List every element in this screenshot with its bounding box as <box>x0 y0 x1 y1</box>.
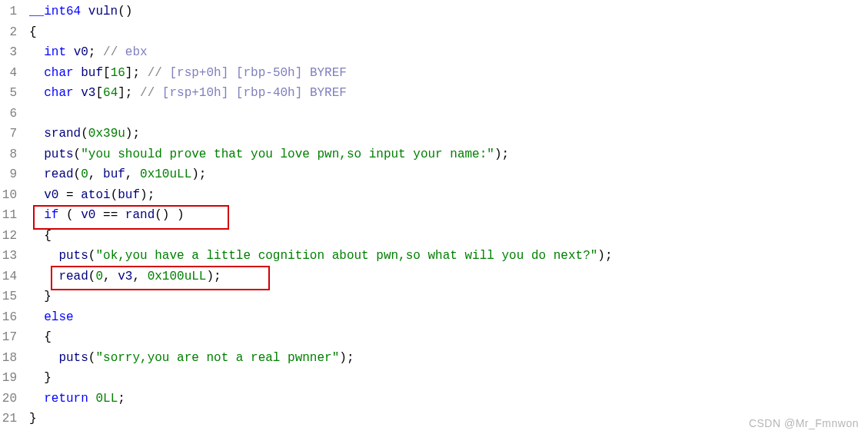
gutter-marker <box>20 287 29 307</box>
token: char <box>44 66 73 80</box>
token <box>29 167 44 181</box>
token <box>29 270 58 283</box>
token: return <box>44 392 88 406</box>
token <box>29 249 58 263</box>
line-number: 12 <box>0 226 20 247</box>
line-number: 8 <box>0 144 20 165</box>
token: buf <box>103 167 125 181</box>
code-line: 14 read(0, v3, 0x100uLL); <box>0 267 868 287</box>
code-line: 2{ <box>0 22 868 43</box>
code-content: else <box>29 307 868 328</box>
token: 0x39u <box>88 127 125 141</box>
line-number: 13 <box>0 246 20 267</box>
token: read <box>58 270 88 283</box>
line-number: 4 <box>0 63 20 84</box>
gutter-marker <box>20 104 29 124</box>
gutter-marker <box>20 368 29 389</box>
gutter-marker <box>20 348 29 369</box>
token: ( <box>88 270 96 283</box>
code-line: 15 } <box>0 287 868 307</box>
token: ( <box>111 188 118 202</box>
code-content: int v0; // ebx <box>29 42 868 63</box>
code-line: 20 return 0LL; <box>0 389 868 409</box>
token <box>29 147 44 161</box>
token <box>29 208 44 222</box>
code-line: 19 } <box>0 368 868 389</box>
token: 0LL <box>95 392 118 406</box>
token: [ <box>95 86 103 100</box>
token: } <box>29 412 37 426</box>
code-line: 6 <box>0 104 868 124</box>
gutter-marker <box>20 389 29 409</box>
token: () ) <box>155 208 184 222</box>
token: v3 <box>118 270 132 283</box>
token: v3 <box>81 86 95 100</box>
token: [rsp+10h] [rbp-40h] BYREF <box>155 86 347 100</box>
token: 0 <box>95 270 103 283</box>
code-content: srand(0x39u); <box>29 124 868 144</box>
code-editor: 1__int64 vuln()2{3 int v0; // ebx4 char … <box>0 0 868 429</box>
code-content: if ( v0 == rand() ) <box>29 205 868 226</box>
token: int <box>44 45 66 59</box>
line-number: 21 <box>0 409 20 429</box>
gutter-marker <box>20 83 29 104</box>
line-number: 20 <box>0 389 20 409</box>
code-content: { <box>29 22 868 43</box>
gutter-marker <box>20 246 29 267</box>
code-line: 7 srand(0x39u); <box>0 124 868 144</box>
line-number: 5 <box>0 83 20 104</box>
line-number: 10 <box>0 185 20 206</box>
gutter-marker <box>20 124 29 144</box>
code-line: 17 { <box>0 327 868 348</box>
line-number: 7 <box>0 124 20 144</box>
token: ; <box>88 45 103 59</box>
token: puts <box>44 147 73 161</box>
gutter-marker <box>20 226 29 247</box>
code-content: { <box>29 327 868 348</box>
token: [rsp+0h] [rbp-50h] BYREF <box>162 66 347 80</box>
token <box>74 86 81 100</box>
code-line: 11 if ( v0 == rand() ) <box>0 205 868 226</box>
code-content: puts("you should prove that you love pwn… <box>29 144 868 165</box>
code-line: 21} <box>0 409 868 429</box>
token: ]; <box>125 66 148 80</box>
token <box>29 351 58 365</box>
token: [ <box>103 66 111 80</box>
code-content: { <box>29 226 868 247</box>
code-line: 18 puts("sorry,you are not a real pwnner… <box>0 348 868 369</box>
token <box>29 66 44 80</box>
token: ); <box>206 270 221 283</box>
line-number: 1 <box>0 2 20 22</box>
watermark-text: CSDN @Mr_Fmnwon <box>749 417 859 429</box>
token: atoi <box>81 188 110 202</box>
code-content: __int64 vuln() <box>29 2 868 22</box>
token <box>88 392 96 406</box>
token: ); <box>597 249 612 263</box>
token <box>29 392 44 406</box>
token: 0x100uLL <box>148 270 207 283</box>
token <box>29 45 44 59</box>
code-line: 10 v0 = atoi(buf); <box>0 185 868 206</box>
gutter-marker <box>20 205 29 226</box>
token: ( <box>58 208 81 222</box>
token: ( <box>74 167 81 181</box>
gutter-marker <box>20 307 29 328</box>
token: { <box>29 25 37 39</box>
token: ( <box>88 249 96 263</box>
token: // <box>103 45 118 59</box>
code-line: 4 char buf[16]; // [rsp+0h] [rbp-50h] BY… <box>0 63 868 84</box>
token: 0 <box>81 167 88 181</box>
gutter-marker <box>20 327 29 348</box>
token: ; <box>118 392 125 406</box>
token: puts <box>58 351 88 365</box>
gutter-marker <box>20 2 29 22</box>
token: () <box>118 5 132 18</box>
line-number: 19 <box>0 368 20 389</box>
token: ); <box>191 167 206 181</box>
code-line: 8 puts("you should prove that you love p… <box>0 144 868 165</box>
token <box>29 188 44 202</box>
token: else <box>44 310 73 324</box>
gutter-marker <box>20 22 29 43</box>
token: , <box>125 167 140 181</box>
code-line: 9 read(0, buf, 0x10uLL); <box>0 164 868 185</box>
